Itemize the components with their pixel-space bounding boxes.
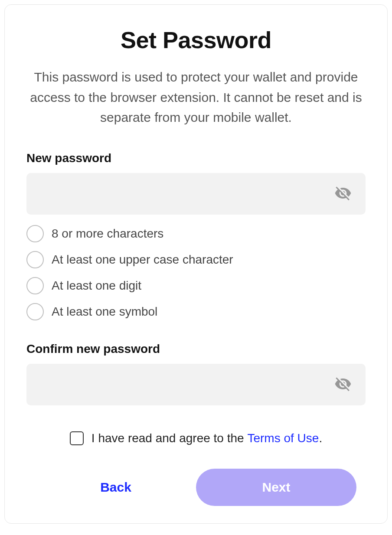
new-password-label: New password xyxy=(26,151,366,165)
password-requirements: 8 or more characters At least one upper … xyxy=(26,225,366,320)
back-button[interactable]: Back xyxy=(36,469,196,506)
set-password-card: Set Password This password is used to pr… xyxy=(4,4,388,524)
button-row: Back Next xyxy=(26,469,366,506)
confirm-password-group: Confirm new password xyxy=(26,342,366,405)
new-password-wrap xyxy=(26,173,366,215)
confirm-password-wrap xyxy=(26,364,366,405)
next-button[interactable]: Next xyxy=(196,469,356,506)
requirement-text: 8 or more characters xyxy=(52,227,163,241)
eye-off-icon xyxy=(334,375,352,394)
requirement-text: At least one digit xyxy=(52,279,141,293)
terms-row: I have read and agree to the Terms of Us… xyxy=(26,431,366,445)
requirement-text: At least one upper case character xyxy=(52,253,233,267)
toggle-confirm-password-visibility[interactable] xyxy=(332,372,354,396)
terms-text: I have read and agree to the Terms of Us… xyxy=(91,431,322,445)
confirm-password-input[interactable] xyxy=(26,364,366,405)
terms-prefix: I have read and agree to the xyxy=(91,431,248,445)
requirement-status-icon xyxy=(26,251,44,268)
requirement-item: 8 or more characters xyxy=(26,225,366,242)
toggle-new-password-visibility[interactable] xyxy=(332,182,354,206)
terms-checkbox[interactable] xyxy=(70,431,84,445)
terms-of-use-link[interactable]: Terms of Use xyxy=(247,431,319,445)
requirement-item: At least one digit xyxy=(26,277,366,294)
requirement-status-icon xyxy=(26,225,44,242)
requirement-item: At least one symbol xyxy=(26,303,366,320)
eye-off-icon xyxy=(334,184,352,203)
requirement-item: At least one upper case character xyxy=(26,251,366,268)
new-password-input[interactable] xyxy=(26,173,366,215)
confirm-password-label: Confirm new password xyxy=(26,342,366,356)
requirement-status-icon xyxy=(26,277,44,294)
terms-suffix: . xyxy=(319,431,322,445)
page-description: This password is used to protect your wa… xyxy=(26,67,366,128)
requirement-status-icon xyxy=(26,303,44,320)
page-title: Set Password xyxy=(26,26,366,53)
requirement-text: At least one symbol xyxy=(52,305,157,319)
new-password-group: New password xyxy=(26,151,366,215)
